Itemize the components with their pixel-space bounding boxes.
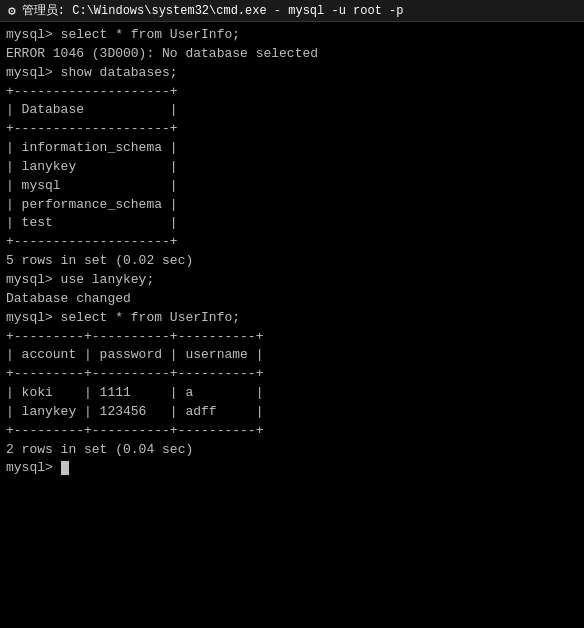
terminal-line: | information_schema | xyxy=(6,139,578,158)
terminal-line: 2 rows in set (0.04 sec) xyxy=(6,441,578,460)
terminal-line: mysql> select * from UserInfo; xyxy=(6,309,578,328)
terminal-line: 5 rows in set (0.02 sec) xyxy=(6,252,578,271)
terminal-line: | performance_schema | xyxy=(6,196,578,215)
terminal-line: | test | xyxy=(6,214,578,233)
terminal-line: | koki | 1111 | a | xyxy=(6,384,578,403)
terminal-line: | lanykey | 123456 | adff | xyxy=(6,403,578,422)
terminal: mysql> select * from UserInfo;ERROR 1046… xyxy=(0,22,584,628)
title-icon: ⚙ xyxy=(8,3,16,19)
terminal-line: mysql> show databases; xyxy=(6,64,578,83)
terminal-line: | Database | xyxy=(6,101,578,120)
terminal-line: | mysql | xyxy=(6,177,578,196)
title-bar: ⚙ 管理员: C:\Windows\system32\cmd.exe - mys… xyxy=(0,0,584,22)
terminal-line: +---------+----------+----------+ xyxy=(6,422,578,441)
terminal-line: | lanykey | xyxy=(6,158,578,177)
terminal-line: mysql> select * from UserInfo; xyxy=(6,26,578,45)
terminal-line: +--------------------+ xyxy=(6,120,578,139)
terminal-line: +--------------------+ xyxy=(6,233,578,252)
terminal-line: +--------------------+ xyxy=(6,83,578,102)
terminal-line: | account | password | username | xyxy=(6,346,578,365)
terminal-line: mysql> xyxy=(6,459,578,478)
cursor xyxy=(61,461,69,475)
terminal-line: +---------+----------+----------+ xyxy=(6,328,578,347)
title-text: 管理员: C:\Windows\system32\cmd.exe - mysql… xyxy=(22,2,404,19)
terminal-line: mysql> use lanykey; xyxy=(6,271,578,290)
terminal-line: ERROR 1046 (3D000): No database selected xyxy=(6,45,578,64)
terminal-line: Database changed xyxy=(6,290,578,309)
terminal-line: +---------+----------+----------+ xyxy=(6,365,578,384)
